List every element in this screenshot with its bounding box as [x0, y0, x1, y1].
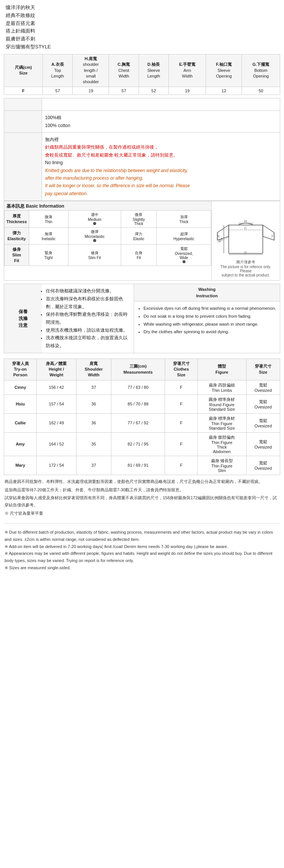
fitting-cell: 85 / 70 / 88 [111, 394, 165, 413]
basic-info-title: 基本訊息 Basic Information [4, 201, 211, 211]
size-header-col: E.手臂寬ArmWidth [169, 54, 206, 87]
washing-instruction-label: WashingInstruction [134, 284, 280, 301]
figure-note: 圖片僅參考The picture is for refence only. Pl… [215, 259, 277, 277]
fitting-cell: Amy [4, 432, 37, 456]
others-line: after the manufacturing process or after… [45, 174, 277, 182]
fitting-title [0, 353, 284, 359]
top-desc-line: 穿出慵懶有型STYLE [6, 43, 278, 51]
notes-section: 商品會因不同批製作、布料彈性、水洗處理或測量點等因素，使顏色尺寸與實際商品略有誤… [0, 475, 284, 521]
others-line: 無內裡 [45, 136, 277, 143]
fitting-cell: 寬鬆 Ovesized [246, 413, 280, 432]
fitting-header: 穿著尺寸 Size [246, 359, 280, 380]
washing-right-content: Excessive dyes run off during first wash… [134, 301, 280, 353]
others-line: 針織類商品因重量與彈性關係，在製作過程或經吊掛後， [45, 143, 277, 151]
basic-option: 微彈Microelastic [68, 228, 121, 245]
svg-text:D: D [218, 239, 221, 243]
origin-value [42, 98, 280, 111]
fitting-cell: 寬鬆 Ovesized [246, 380, 280, 394]
fitting-header: 身高／體重 Height / Weight [37, 359, 76, 380]
washing-left-item: 使用洗衣機洗滌時，請以依速短程洗滌。 [46, 326, 130, 334]
size-table: 尺碼(cm) SizeA.衣長TopLengthH.肩寬shoulderleng… [4, 54, 280, 95]
fitting-cell: 82 / 71 / 95 [111, 432, 165, 456]
washing-right-wrap: WashingInstruction Excessive dyes run of… [134, 284, 280, 353]
svg-marker-1 [217, 225, 229, 240]
fitting-cell: 寬鬆 Ovesized [246, 432, 280, 456]
fitting-cell: F [165, 456, 198, 475]
fitting-header: 穿著人員 Try-on Person [4, 359, 37, 380]
basic-option: 合身Fit [121, 245, 156, 266]
basic-info-figure: A C G H D E F 圖片僅參考The picture is for re… [212, 201, 280, 280]
fitting-cell: 37 [76, 456, 111, 475]
washing-left-item: 任何衣物都建議深淺色分開洗滌。 [46, 287, 130, 295]
size-cell: 57 [42, 87, 72, 95]
basic-info-table-wrap: 基本訊息 Basic Information 厚度 Thickness微薄Thi… [4, 201, 212, 280]
notes-bottom: ※ Due to different batch of production, … [0, 526, 284, 574]
basic-option: 微薄Thin [29, 211, 68, 228]
note-line: ※ 尺寸皆為量單平量 [5, 510, 279, 517]
basic-row-label: 修身 Slim Fit [5, 245, 29, 266]
fitting-cell: Mary [4, 456, 37, 475]
basic-row-fit: 修身 Slim Fit緊身Tight修身Slim Fit合身Fit寬鬆Overs… [5, 245, 211, 266]
washing-left-item: 保持衣物色澤鮮艷避免色澤移染：勿長時間浸泡。 [46, 311, 130, 326]
note-line-en: ※ Appearances may be varied with differe… [5, 550, 279, 564]
size-header-col: G.下擺寬BottomOpening [242, 54, 280, 87]
fitting-row: Callie162 / 493677 / 67 / 92F扁身 標準身材 Thi… [4, 413, 280, 432]
fitting-cell: 扁身 標準身材 Thin Figure Standard Size [198, 413, 247, 432]
fitting-cell: 35 [76, 432, 111, 456]
basic-info-table: 厚度 Thickness微薄Thin適中Medium微厚SlightlyThic… [4, 211, 211, 266]
top-desc-line: 慵洋洋的秋天 [6, 4, 278, 12]
ingredients-label [4, 111, 42, 132]
basic-option: 彈力Elastic [121, 228, 156, 245]
fitting-cell: 37 [76, 380, 111, 394]
ingredients-value: 100%棉100% cotton [42, 111, 280, 132]
washing-right-item: Do not soak in a long time to prevent co… [144, 312, 276, 320]
basic-option: 無彈Inelastic [29, 228, 68, 245]
svg-text:H: H [244, 219, 247, 223]
product-info-section: 100%棉100% cotton 無內裡針織類商品因重量與彈性關係，在製作過程或… [4, 98, 280, 201]
size-header-size: 尺碼(cm) Size [4, 54, 43, 87]
divider [4, 523, 280, 523]
basic-option: 緊身Tight [29, 245, 68, 266]
size-header-col: H.肩寬shoulderlength /smallshoulder [73, 54, 109, 87]
size-header-col: D.袖長SleeveLength [139, 54, 169, 87]
fitting-cell: 寬鬆 Ovesized [246, 456, 280, 475]
fitting-header: 穿著尺寸 Clothes Size [165, 359, 198, 380]
fitting-header: 三圍(cm) Measurements [111, 359, 165, 380]
fitting-cell: F [165, 394, 198, 413]
fitting-cell: 162 / 49 [37, 413, 76, 432]
basic-option: 寬鬆Oversized,Wide [157, 245, 211, 266]
fitting-table: 穿著人員 Try-on Person身高／體重 Height / Weight肩… [4, 359, 280, 475]
fitting-row: Cinny156 / 423777 / 63 / 80F扁身 四肢偏細 Thin… [4, 380, 280, 394]
washing-right-item: Excessive dyes run off during first wash… [144, 304, 276, 312]
svg-text:F: F [272, 234, 273, 238]
fitting-cell: F [165, 432, 198, 456]
basic-row-label: 彈力 Elasticity [5, 228, 29, 245]
note-line: 試穿結果會因每人感受及身材比例穿著習慣而有所不同，身高體重不表示購買的尺寸，15… [5, 494, 279, 508]
washing-left-content: 任何衣物都建議深淺色分開洗滌。首次洗滌時深色布料易樣於出多餘固色劑，屬於正常現象… [36, 284, 134, 353]
size-cell: 12 [206, 87, 242, 95]
fitting-cell: 77 / 63 / 80 [111, 380, 165, 394]
fitting-cell: 164 / 52 [37, 432, 76, 456]
size-cell: 19 [73, 87, 109, 95]
others-content: 無內裡針織類商品因重量與彈性關係，在製作過程或經吊掛後，會較長或寬鬆、敘尺寸相差… [42, 133, 280, 200]
size-cell: 19 [169, 87, 206, 95]
others-row: 無內裡針織類商品因重量與彈性關係，在製作過程或經吊掛後，會較長或寬鬆、敘尺寸相差… [4, 133, 280, 200]
fitting-cell: 157 / 54 [37, 394, 76, 413]
fitting-cell: 81 / 69 / 91 [111, 456, 165, 475]
ingredients-row: 100%棉100% cotton [4, 111, 280, 133]
top-description: 慵洋洋的秋天經典不敗條紋是最百搭元素搭上針織面料親膚舒適不刺穿出慵懶有型STYL… [0, 0, 284, 54]
size-value: F [4, 87, 43, 95]
basic-option: 微厚SlightlyThick [121, 211, 156, 228]
others-line: pay special attention. [45, 190, 277, 197]
origin-row [4, 98, 280, 111]
fitting-cell: 扁身 腹部偏肉 Thin Figure Thick Abdomen [198, 432, 247, 456]
fitting-cell: F [165, 380, 198, 394]
fitting-header: 體型 Figure [198, 359, 247, 380]
washing-left-item: 洗衣機脫水後請立即晾衣，勿放置過久以防移染。 [46, 334, 130, 349]
washing-left-item: 首次洗滌時深色布料易樣於出多餘固色劑，屬於正常現象。 [46, 295, 130, 311]
fitting-cell: 扁身 四肢偏細 Thin Limbs [198, 380, 247, 394]
size-header-col: F.袖口寬SleeveOpening [206, 54, 242, 87]
note-line-en: ※ Due to different batch of production, … [5, 529, 279, 543]
fitting-cell: 扁身 矮長型 Thin Figure Slim [198, 456, 247, 475]
note-line: 商品會因不同批製作、布料彈性、水洗處理或測量點等因素，使顏色尺寸與實際商品略有誤… [5, 478, 279, 485]
